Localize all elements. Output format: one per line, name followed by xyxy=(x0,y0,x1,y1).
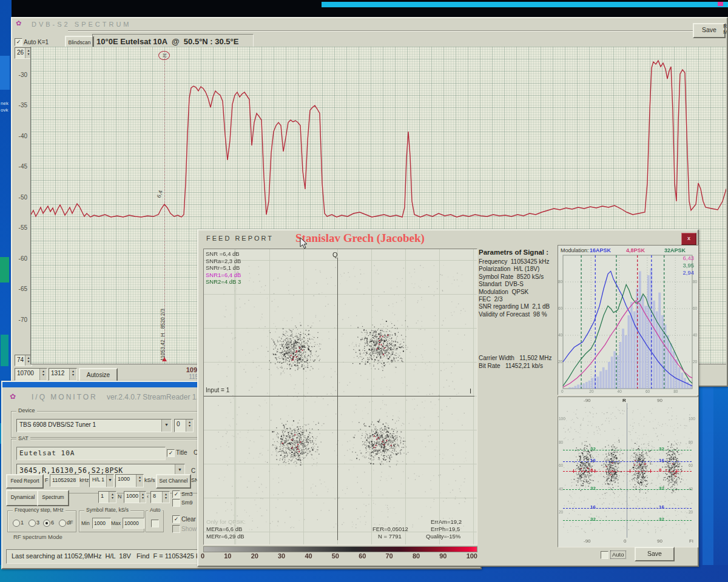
set-channel-button[interactable]: Set Channel xyxy=(156,474,191,489)
chevron-down-icon[interactable]: ▼ xyxy=(161,420,171,432)
signal-parameter: SNR regarding LM 2,1 dB xyxy=(479,303,558,310)
n2-spinner[interactable]: 1000▴▾ xyxy=(124,491,146,503)
symbol-rate-group: Symbol Rate, kS/s Min 1000 Max 10000 xyxy=(79,510,144,532)
quality-scale-tick: 100 xyxy=(467,552,477,561)
quality-gradient-bar xyxy=(203,546,477,552)
feed-save-button[interactable]: Save xyxy=(635,547,675,561)
quality-scale-tick: 90 xyxy=(439,552,447,561)
y-axis-tick: -45 xyxy=(19,163,27,170)
watermark-text: Stanislav Grech (Jacobek) xyxy=(295,232,425,245)
desktop-icon-blob[interactable] xyxy=(0,257,9,283)
desktop-accent-pixel xyxy=(718,2,723,6)
carrier-info-label: 11053,42 H 8520 2/3 xyxy=(160,288,166,361)
device-index-spinner[interactable]: 0▴▾ xyxy=(174,419,194,432)
n1-spinner[interactable]: 1▴▾ xyxy=(98,491,116,503)
title-checkbox[interactable] xyxy=(167,449,175,457)
scan-threshold-label: 8 xyxy=(659,467,661,473)
chevron-down-icon[interactable]: ▼ xyxy=(106,475,113,487)
sr-auto-checkbox[interactable] xyxy=(151,520,159,527)
autosize-button[interactable]: Autosize xyxy=(79,368,118,382)
spinner-arrows-icon[interactable]: ▴▾ xyxy=(109,492,116,503)
scan-threshold-label: 32 xyxy=(659,517,664,522)
radio-dot xyxy=(46,522,48,524)
spinner-arrows-icon[interactable]: ▴▾ xyxy=(39,369,47,380)
signal-parameter: Modulation QPSK xyxy=(479,289,558,296)
scan-threshold-line xyxy=(563,489,692,490)
desktop-icon-label: ovk xyxy=(1,107,8,113)
phase-scan-dots xyxy=(558,397,698,547)
merr-readout: MERr=6,29 dB xyxy=(206,533,244,540)
spinner-arrows-icon[interactable]: ▴▾ xyxy=(186,420,193,432)
spinner-arrows-icon[interactable]: ▴▾ xyxy=(140,492,146,503)
modulation-chart-panel[interactable]: Modulation: 16APSK4,8PSK32APSK6,433,952,… xyxy=(558,245,698,395)
polarization-select[interactable]: H/L 1▼ xyxy=(89,474,114,487)
close-button[interactable]: x xyxy=(681,233,696,245)
mod-x-tick: 40 xyxy=(618,389,622,393)
desktop-top-strip xyxy=(322,2,728,7)
snr-line: SNR1=6,4 dB xyxy=(206,272,241,279)
sm3-checkbox[interactable] xyxy=(172,490,180,498)
only-qpsk-label: Only for QPSK: xyxy=(206,518,246,525)
spectrum-save-button[interactable]: Save xyxy=(693,23,726,38)
iq-app-icon: ✿ xyxy=(10,392,16,401)
y-axis-tick: -70 xyxy=(19,316,27,323)
desktop-icon-blob[interactable] xyxy=(0,56,10,90)
max-label: Max xyxy=(111,520,121,526)
erram-readout: ErrAm=19,2 xyxy=(431,518,462,525)
dynamical-button[interactable]: Dynamical xyxy=(6,490,39,506)
frequency-step-radio-dF[interactable] xyxy=(59,520,66,527)
scan-y-tick: 80 xyxy=(559,440,563,444)
quality-scale-tick: 30 xyxy=(278,552,285,561)
sm9-checkbox[interactable] xyxy=(172,499,180,507)
scan-y-tick: 40 xyxy=(559,487,563,491)
mod-y-tick: 40 xyxy=(558,333,562,337)
spinner-arrows-icon[interactable]: ▴▾ xyxy=(69,369,76,380)
snr-line: SNR2=4 dB 3 xyxy=(206,278,241,286)
transponder-marker-bubble[interactable]: 32 xyxy=(158,51,170,60)
symbolrate-spinner[interactable]: 1000▴▾ xyxy=(115,474,144,487)
phase-scan-panel[interactable]: -90R90-90090Fi10010080806060404020203232… xyxy=(558,396,698,547)
frequency-field[interactable]: 11052928 xyxy=(50,474,79,487)
scan-threshold-line xyxy=(563,508,692,509)
scan-y-tick: 20 xyxy=(689,510,693,514)
feed-auto-checkbox[interactable] xyxy=(601,551,608,559)
frequency-step-radio-3[interactable] xyxy=(29,520,36,527)
clear-checkbox[interactable] xyxy=(172,515,180,523)
clipped-edge-fragment: R M xyxy=(723,23,727,40)
frequency-step-radio-6[interactable] xyxy=(43,520,50,527)
frequency-step-radio-label: dF xyxy=(67,520,73,526)
device-select[interactable]: TBS 6908 DVBS/S2 Tuner 1▼ xyxy=(16,419,172,432)
n3-spinner[interactable]: 8▴▾ xyxy=(150,491,170,503)
scan-y-tick: 60 xyxy=(559,463,563,467)
clipped-label-c: C xyxy=(191,467,195,474)
scan-threshold-label: 8 xyxy=(590,467,593,473)
min-field[interactable]: 1000 xyxy=(92,518,111,529)
max-field[interactable]: 10000 xyxy=(123,518,144,529)
y-axis-tick: -50 xyxy=(19,194,27,201)
spinner-arrows-icon[interactable]: ▴▾ xyxy=(136,475,143,487)
quality-scale-tick: 80 xyxy=(413,552,420,561)
span-spinner[interactable]: 1312▴▾ xyxy=(49,368,77,381)
y-axis-tick: -40 xyxy=(19,133,27,139)
constellation-panel[interactable]: SNR =6,4 dBSNRa=2,3 dBSNRr=5,1 dBSNR1=6,… xyxy=(203,249,477,545)
scan-threshold-label: 16 xyxy=(659,458,664,463)
scan-threshold-line xyxy=(563,471,692,472)
frequency-step-radio-1[interactable] xyxy=(13,520,20,527)
show-checkbox[interactable] xyxy=(172,525,180,533)
satellite-name-field[interactable]: Eutelsat 10A xyxy=(16,447,166,460)
frequency-step-group: Frequency step, MHz 136dF xyxy=(7,510,76,532)
feed-report-button[interactable]: Feed Report xyxy=(6,474,44,489)
signal-parameter: Symbol Rate 8520 kS/s xyxy=(479,273,558,281)
quality-scale-tick: 0 xyxy=(201,552,204,561)
desktop-icon-blob[interactable] xyxy=(1,335,8,366)
sr-auto-group: Auto xyxy=(146,510,164,532)
spectrum-mode-button[interactable]: Spectrum xyxy=(37,490,69,506)
snr-line: SNRr=5,1 dB xyxy=(206,264,241,272)
i-axis-label: I xyxy=(470,387,471,395)
signal-parameter: Validity of Forecast 98 % xyxy=(479,311,558,318)
start-frequency-spinner[interactable]: 10700▴▾ xyxy=(15,368,47,381)
ksps-label: kS/s xyxy=(144,477,155,483)
n-label: N xyxy=(118,493,122,500)
quality-scale-tick: 10 xyxy=(224,552,231,561)
spinner-arrows-icon[interactable]: ▴▾ xyxy=(162,492,169,503)
